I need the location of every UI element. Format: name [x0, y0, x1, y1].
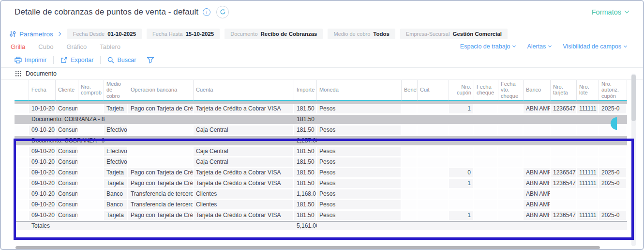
app-window: Detalle de cobranzas de puntos de venta …	[0, 0, 644, 250]
column-header-handle[interactable]	[15, 80, 29, 101]
grid-cell-banco: ABN AMRO	[524, 200, 551, 211]
column-header-banco[interactable]: Banco	[524, 80, 551, 101]
column-header-importe[interactable]: Importe	[294, 80, 317, 101]
grid-row[interactable]: 09-10-2025ConsumidorTarjetaPago con Tarj…	[15, 211, 627, 221]
page-title: Detalle de cobranzas de puntos de venta …	[15, 7, 198, 17]
horizontal-scrollbar[interactable]	[15, 246, 600, 249]
grid-cell-banco	[524, 147, 551, 157]
grid-cell-lote: 111111	[577, 168, 599, 179]
group-row-subtotal: 2,257.00	[294, 136, 317, 147]
grid-cell-beneficiario	[402, 147, 418, 157]
column-header-cliente[interactable]: Cliente	[56, 80, 78, 101]
export-icon	[60, 57, 68, 63]
grid-cell-fecha: 09-10-2025	[29, 211, 56, 221]
grid-cell-importe: 181.50	[294, 104, 317, 115]
column-header-fecha_cheque[interactable]: Fecha cheque	[474, 80, 498, 101]
column-header-operacion[interactable]: Operacion bancaria	[128, 80, 194, 101]
param-chip-documento[interactable]: Documento Recibo de Cobranzas	[225, 29, 323, 39]
link-espacio-de-trabajo[interactable]: Espacio de trabajo	[460, 43, 516, 50]
param-chip-medio-de-cobro[interactable]: Medio de cobro Todos	[328, 29, 395, 39]
grid-row[interactable]: 09-10-2025ConsumidorTarjetaPago con Tarj…	[15, 179, 627, 189]
grid-row[interactable]: 09-10-2025ConsumidorEfectivoCaja Central…	[15, 157, 627, 168]
column-header-fecha_vto_cheque[interactable]: Fecha vto. cheque	[498, 80, 524, 101]
vertical-scrollbar[interactable]	[631, 74, 636, 246]
tab-grilla[interactable]: Grilla	[11, 43, 25, 50]
grid-cell-handle	[15, 179, 29, 189]
toolbar-divider	[53, 56, 54, 64]
grid-cell-comprobante	[78, 189, 104, 200]
toolbar-buscar-button[interactable]: Buscar	[107, 57, 136, 63]
tab-cubo[interactable]: Cubo	[38, 43, 53, 50]
grid-cell-beneficiario	[402, 157, 418, 168]
link-alertas[interactable]: Alertas	[527, 43, 551, 50]
formats-dropdown[interactable]: Formatos	[592, 8, 629, 16]
column-header-cupon[interactable]: Nro. cupón	[449, 80, 474, 101]
toolbar-divider	[100, 56, 101, 64]
grid-cell-autorizacion	[599, 200, 627, 211]
group-row[interactable]: Documento: COBRANZA - 8 181.50	[15, 115, 627, 125]
grid-cell-operacion: Pago con Tarjeta de Crédito	[128, 179, 194, 189]
tab-tablero[interactable]: Tablero	[100, 43, 120, 50]
grid-cell-importe: 181.50	[294, 211, 317, 221]
grid-cell-autorizacion: 2025-0	[599, 168, 627, 179]
grid-cell-fecha_cheque	[474, 147, 498, 157]
column-header-moneda[interactable]: Moneda	[317, 80, 402, 101]
grid-row[interactable]: 09-10-2025ConsumidorEfectivoCaja Central…	[15, 125, 627, 136]
group-row[interactable]: Documento: COBRANZA - 9 2,257.00	[15, 136, 627, 147]
grid-cell-cliente: Consumidor	[56, 104, 78, 115]
column-header-autorizacion[interactable]: Nro. autoriz. cupón	[599, 80, 627, 101]
grid-cell-fecha_cheque	[474, 189, 498, 200]
parameters-row: Parámetros Fecha Desde 01-10-2025 Fecha …	[1, 27, 643, 41]
group-by-bar: Documento	[1, 68, 643, 80]
grid-row[interactable]: 09-10-2025ConsumidorEfectivoCaja Central…	[15, 147, 627, 157]
param-chip-label: Documento	[230, 31, 257, 37]
grid-cell-comprobante	[78, 125, 104, 136]
column-header-fecha[interactable]: Fecha	[29, 80, 56, 101]
param-chip-fecha-desde[interactable]: Fecha Desde 01-10-2025	[67, 29, 142, 39]
grid-cell-moneda: Pesos	[317, 168, 402, 179]
column-header-comprobante[interactable]: Nro. comprob	[78, 80, 104, 101]
column-header-cuenta[interactable]: Cuenta	[194, 80, 294, 101]
group-by-chip-documento[interactable]: Documento	[26, 70, 57, 77]
grid-row[interactable]: 09-10-2025ConsumidorTarjetaPago con Tarj…	[15, 168, 627, 179]
clipped-group-row	[15, 101, 627, 104]
grid-cell-medio: Banco	[104, 189, 128, 200]
grid-cell-medio: Efectivo	[104, 147, 128, 157]
totals-label: Totales	[15, 221, 294, 230]
grid-cell-tarjeta: 1236547	[551, 179, 577, 189]
param-chip-label: Empresa-Sucursal	[406, 31, 449, 37]
param-chip-empresa-sucursal[interactable]: Empresa-Sucursal Gestión Comercial	[400, 29, 508, 39]
info-icon[interactable]: i	[203, 8, 210, 16]
grid-row[interactable]: 10-10-2025ConsumidorTarjetaPago con Tarj…	[15, 104, 627, 115]
toolbar-button-label: Buscar	[117, 57, 136, 63]
grid-row[interactable]: 09-10-2025ConsumidorBancoTransferencia d…	[15, 200, 627, 211]
column-header-beneficiario[interactable]: Beneficia	[402, 80, 418, 101]
toolbar-exportar-button[interactable]: Exportar	[60, 57, 93, 63]
column-header-lote[interactable]: Nro. lote	[577, 80, 599, 101]
grid-cell-autorizacion	[599, 189, 627, 200]
vertical-scrollbar-thumb[interactable]	[631, 75, 636, 121]
parameters-toggle[interactable]: Parámetros	[10, 31, 60, 38]
grid-cell-banco: ABN AMRO	[524, 104, 551, 115]
formats-label: Formatos	[592, 8, 621, 16]
link-visibilidad-de-campos[interactable]: Visibilidad de campos	[563, 43, 627, 50]
param-chip-fecha-hasta[interactable]: Fecha Hasta 15-10-2025	[147, 29, 220, 39]
grid-cell-cuenta: Clientes	[194, 189, 294, 200]
column-header-cuit[interactable]: Cuit	[418, 80, 449, 101]
grid-cell-moneda: Pesos	[317, 157, 402, 168]
column-header-tarjeta[interactable]: Nro. tarjeta	[551, 80, 577, 101]
toolbar-imprimir-button[interactable]: Imprimir	[15, 57, 46, 63]
chevron-down-icon	[624, 44, 627, 47]
chevron-down-icon	[625, 9, 629, 14]
grid-cell-fecha_cheque	[474, 200, 498, 211]
toolbar-filter-button[interactable]	[147, 57, 154, 63]
tab-grafico[interactable]: Gráfico	[66, 43, 87, 50]
column-header-medio[interactable]: Medio de cobro	[104, 80, 128, 101]
grid-row[interactable]: 09-10-2025ConsumidorBancoTransferencia d…	[15, 189, 627, 200]
grid-cell-fecha_vto_cheque	[498, 179, 524, 189]
grid-cell-fecha_vto_cheque	[498, 211, 524, 221]
refresh-button[interactable]	[216, 6, 229, 18]
grid-cell-beneficiario	[402, 104, 418, 115]
grid-cell-cuit	[418, 104, 449, 115]
grid-cell-tarjeta	[551, 189, 577, 200]
